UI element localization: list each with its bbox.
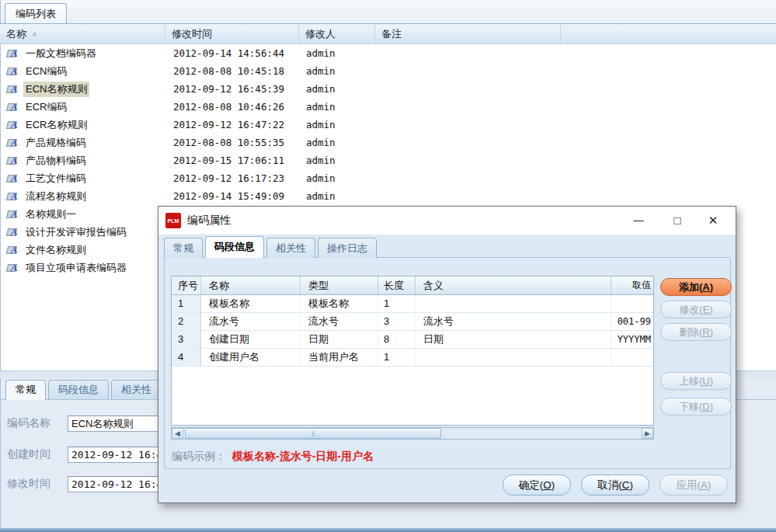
add-button[interactable]: 添加(A) <box>660 278 732 296</box>
list-cell-time: 2012-09-12 16:47:22 <box>166 119 300 130</box>
list-row[interactable]: A产品规格编码2012-08-08 10:55:35admin <box>1 134 776 151</box>
list-row[interactable]: AECN名称规则2012-09-12 16:45:39admin <box>1 80 776 98</box>
list-row-label: 流程名称规则 <box>23 189 89 204</box>
minimize-icon[interactable]: — <box>625 207 652 235</box>
scrollbar-thumb[interactable]: || <box>185 428 441 439</box>
list-cell-user: admin <box>300 155 376 166</box>
scroll-left-icon[interactable]: ◀ <box>172 428 183 439</box>
scroll-right-icon[interactable]: ▶ <box>642 428 653 439</box>
code-example-row: 编码示例： 模板名称-流水号-日期-用户名 <box>172 450 374 464</box>
cancel-button[interactable]: 取消(C) <box>581 475 649 495</box>
list-row[interactable]: A流程名称规则2012-09-14 15:49:09admin <box>1 187 776 205</box>
code-rule-icon-letter: A <box>11 65 18 78</box>
seg-cell-type: 模板名称 <box>301 295 378 312</box>
maximize-icon[interactable]: □ <box>664 207 691 235</box>
modify-button-post: ) <box>709 304 712 315</box>
list-row-label: 一般文档编码器 <box>23 46 99 61</box>
dialog-titlebar[interactable]: PLM 编码属性 — □ ✕ <box>158 207 736 235</box>
code-rule-icon-letter: A <box>11 208 18 221</box>
seg-col-length[interactable]: 长度 <box>378 276 416 294</box>
code-rule-icon: A <box>6 172 19 184</box>
dialog-tab-操作日志[interactable]: 操作日志 <box>318 238 377 258</box>
add-button-post: ) <box>710 281 713 293</box>
seg-cell-seq: 4 <box>172 349 201 366</box>
seg-col-seq[interactable]: 序号 <box>172 276 201 294</box>
column-header-name[interactable]: 名称 ▲ <box>0 24 165 43</box>
code-example-value: 模板名称-流水号-日期-用户名 <box>232 450 374 464</box>
list-cell-user: admin <box>300 119 376 130</box>
segment-row[interactable]: 2流水号流水号3流水号001-99 <box>172 313 653 331</box>
column-header-name-label: 名称 <box>6 24 26 43</box>
list-row-label: 工艺文件编码 <box>23 171 89 186</box>
move-up-button[interactable]: 上移(U) <box>660 372 732 390</box>
list-cell-name: A文件名称规则 <box>1 242 166 258</box>
seg-cell-meaning <box>416 295 611 312</box>
detail-panel-tabs: 常规码段信息相关性 <box>5 380 162 400</box>
horizontal-scrollbar[interactable]: ◀ || ▶ <box>171 427 654 440</box>
segment-row[interactable]: 1模板名称模板名称1 <box>172 295 653 313</box>
seg-col-value[interactable]: 取值 <box>611 276 652 294</box>
list-row[interactable]: A一般文档编码器2012-09-14 14:56:44admin <box>1 44 776 62</box>
move-down-button[interactable]: 下移(D) <box>660 398 732 416</box>
list-cell-time: 2012-09-14 15:49:09 <box>166 190 300 202</box>
list-row[interactable]: AECR编码2012-08-08 10:46:26admin <box>1 98 776 116</box>
list-row[interactable]: AECR名称规则2012-09-12 16:47:22admin <box>1 116 776 134</box>
segment-row[interactable]: 4创建用户名当前用户名1 <box>172 349 653 367</box>
code-rule-icon-letter: A <box>11 244 18 256</box>
segment-table-body: 1模板名称模板名称12流水号流水号3流水号001-993创建日期日期8日期YYY… <box>172 295 653 367</box>
delete-button-post: ) <box>710 326 713 338</box>
cancel-button-post: ) <box>629 479 633 491</box>
delete-button[interactable]: 删除(R) <box>660 323 732 341</box>
detail-tab-相关性[interactable]: 相关性 <box>111 380 162 399</box>
detail-tab-码段信息[interactable]: 码段信息 <box>48 380 109 399</box>
list-cell-time: 2012-08-08 10:45:18 <box>166 65 300 77</box>
window-bottom-edge <box>0 528 776 532</box>
list-cell-user: admin <box>300 83 376 95</box>
list-cell-time: 2012-08-08 10:55:35 <box>166 137 300 148</box>
code-rule-icon: A <box>6 262 19 273</box>
list-cell-name: A项目立项申请表编码器 <box>1 260 166 276</box>
code-rule-icon: A <box>6 226 19 238</box>
seg-col-meaning[interactable]: 含义 <box>416 276 611 294</box>
dialog-tab-码段信息[interactable]: 码段信息 <box>205 236 264 258</box>
list-row[interactable]: AECN编码2012-08-08 10:45:18admin <box>1 62 776 80</box>
dialog-tab-相关性[interactable]: 相关性 <box>266 238 315 258</box>
modify-button[interactable]: 修改(E) <box>660 301 732 318</box>
list-row-label: 文件名称规则 <box>23 242 89 258</box>
dialog-tab-常规[interactable]: 常规 <box>164 238 203 258</box>
top-tab-bar: 编码列表 <box>0 0 776 23</box>
code-rule-icon: A <box>6 119 19 130</box>
seg-cell-name: 流水号 <box>201 313 301 330</box>
column-header-user[interactable]: 修改人 <box>299 24 375 43</box>
close-icon[interactable]: ✕ <box>700 207 726 235</box>
seg-cell-meaning: 流水号 <box>416 313 611 330</box>
seg-cell-type: 当前用户名 <box>301 349 378 366</box>
seg-cell-name: 创建用户名 <box>201 349 301 366</box>
detail-tab-常规[interactable]: 常规 <box>5 380 46 400</box>
seg-col-name[interactable]: 名称 <box>201 276 301 294</box>
seg-cell-meaning: 日期 <box>416 331 611 348</box>
list-cell-name: A工艺文件编码 <box>1 171 166 186</box>
tab-code-list[interactable]: 编码列表 <box>5 3 67 23</box>
seg-cell-seq: 2 <box>172 313 201 330</box>
list-cell-user: admin <box>300 137 376 148</box>
list-row[interactable]: A工艺文件编码2012-09-12 16:17:23admin <box>1 169 776 187</box>
list-cell-name: AECR名称规则 <box>1 117 166 133</box>
column-header-time[interactable]: 修改时间 <box>165 24 299 43</box>
apply-button[interactable]: 应用(A) <box>659 475 728 495</box>
seg-cell-length: 1 <box>378 349 416 366</box>
seg-cell-value: YYYYMM <box>611 331 652 348</box>
delete-button-pre: 删除( <box>679 326 702 338</box>
dialog-tab-content: 序号 名称 类型 长度 含义 取值 1模板名称模板名称12流水号流水号3流水号0… <box>164 257 731 469</box>
segment-row[interactable]: 3创建日期日期8日期YYYYMM <box>172 331 653 349</box>
ok-button[interactable]: 确定(O) <box>503 475 571 495</box>
code-rule-icon: A <box>6 155 19 166</box>
list-cell-user: admin <box>300 65 376 77</box>
seg-col-type[interactable]: 类型 <box>301 276 378 294</box>
create-time-label: 创建时间 <box>7 447 68 461</box>
list-row[interactable]: A产品物料编码2012-09-15 17:06:11admin <box>1 151 776 169</box>
column-header-note[interactable]: 备注 <box>375 24 561 43</box>
add-button-key: A <box>702 281 709 293</box>
code-rule-icon-letter: A <box>11 262 18 274</box>
seg-cell-length: 1 <box>378 295 416 312</box>
